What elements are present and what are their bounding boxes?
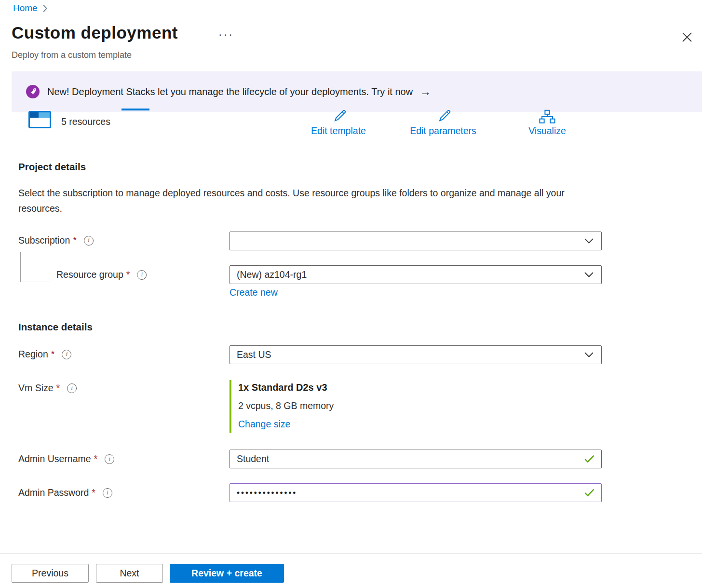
- region-dropdown[interactable]: East US: [230, 345, 602, 364]
- region-value: East US: [237, 349, 271, 360]
- pencil-icon: [330, 109, 347, 124]
- template-icon: [28, 111, 51, 128]
- visualize-button[interactable]: Visualize: [516, 109, 579, 137]
- close-icon: [682, 32, 692, 42]
- arrow-right-icon: →: [419, 86, 431, 97]
- admin-password-input[interactable]: [237, 488, 594, 498]
- admin-username-input[interactable]: [237, 453, 594, 465]
- admin-password-label: Admin Password * i: [18, 487, 112, 498]
- edit-template-button[interactable]: Edit template: [297, 109, 379, 137]
- required-marker: *: [56, 383, 60, 394]
- page-subtitle: Deploy from a custom template: [12, 50, 132, 60]
- vm-size-selection: 1x Standard D2s v3 2 vcpus, 8 GB memory …: [230, 380, 334, 433]
- breadcrumb: Home: [13, 3, 48, 14]
- admin-username-label-text: Admin Username: [18, 453, 91, 465]
- breadcrumb-home-link[interactable]: Home: [13, 3, 38, 14]
- resource-group-dropdown[interactable]: (New) az104-rg1: [230, 265, 602, 284]
- resources-count: 5 resources: [61, 116, 110, 127]
- chevron-down-icon: [584, 272, 594, 277]
- admin-username-label: Admin Username * i: [18, 453, 114, 465]
- chevron-down-icon: [584, 238, 594, 244]
- previous-button[interactable]: Previous: [12, 564, 89, 583]
- checkmark-icon: [584, 455, 594, 463]
- required-marker: *: [73, 235, 77, 246]
- admin-password-label-text: Admin Password: [18, 487, 89, 498]
- create-new-link[interactable]: Create new: [230, 287, 278, 298]
- vm-size-value: 1x Standard D2s v3: [238, 382, 334, 393]
- more-options-button[interactable]: ···: [216, 27, 236, 42]
- partially-scrolled-element: [122, 109, 149, 110]
- subscription-label-text: Subscription: [18, 235, 70, 246]
- project-details-description: Select the subscription to manage deploy…: [18, 185, 573, 216]
- info-icon[interactable]: i: [103, 488, 112, 498]
- deployment-stacks-banner[interactable]: New! Deployment Stacks let you manage th…: [12, 71, 702, 112]
- region-label-text: Region: [18, 349, 48, 360]
- pencil-icon: [434, 109, 452, 124]
- hierarchy-connector-line: [20, 252, 51, 282]
- required-marker: *: [126, 269, 130, 280]
- sitemap-icon: [539, 109, 556, 124]
- vm-size-label: Vm Size * i: [18, 383, 77, 394]
- edit-parameters-button[interactable]: Edit parameters: [397, 109, 489, 137]
- required-marker: *: [92, 487, 95, 498]
- admin-password-field: [230, 483, 602, 502]
- info-icon[interactable]: i: [84, 236, 94, 246]
- footer-divider: [0, 553, 702, 554]
- resource-group-label-text: Resource group: [56, 269, 123, 280]
- project-details-heading: Project details: [18, 161, 86, 173]
- chevron-down-icon: [584, 352, 594, 357]
- change-size-link[interactable]: Change size: [238, 419, 290, 430]
- page-title: Custom deployment: [12, 23, 178, 42]
- info-icon[interactable]: i: [105, 454, 114, 464]
- close-button[interactable]: [680, 30, 694, 46]
- rocket-icon: [26, 85, 40, 98]
- review-create-button[interactable]: Review + create: [170, 564, 284, 583]
- info-icon[interactable]: i: [62, 350, 71, 359]
- visualize-label: Visualize: [528, 125, 566, 137]
- banner-message: New! Deployment Stacks let you manage th…: [47, 86, 413, 97]
- admin-username-field: [230, 450, 602, 468]
- subscription-label: Subscription * i: [18, 235, 94, 246]
- next-button[interactable]: Next: [96, 564, 163, 583]
- vm-size-label-text: Vm Size: [18, 383, 54, 394]
- checkmark-icon: [584, 489, 594, 497]
- required-marker: *: [51, 349, 55, 360]
- info-icon[interactable]: i: [67, 383, 77, 393]
- edit-template-label: Edit template: [311, 125, 366, 137]
- resource-group-value: (New) az104-rg1: [237, 269, 307, 280]
- edit-parameters-label: Edit parameters: [410, 125, 476, 137]
- chevron-right-icon: [42, 4, 48, 13]
- region-label: Region * i: [18, 349, 71, 360]
- info-icon[interactable]: i: [137, 270, 147, 280]
- instance-details-heading: Instance details: [18, 321, 93, 333]
- resource-group-label: Resource group * i: [56, 269, 147, 280]
- subscription-dropdown[interactable]: [230, 232, 602, 250]
- required-marker: *: [94, 453, 98, 465]
- vm-size-specs: 2 vcpus, 8 GB memory: [238, 400, 334, 411]
